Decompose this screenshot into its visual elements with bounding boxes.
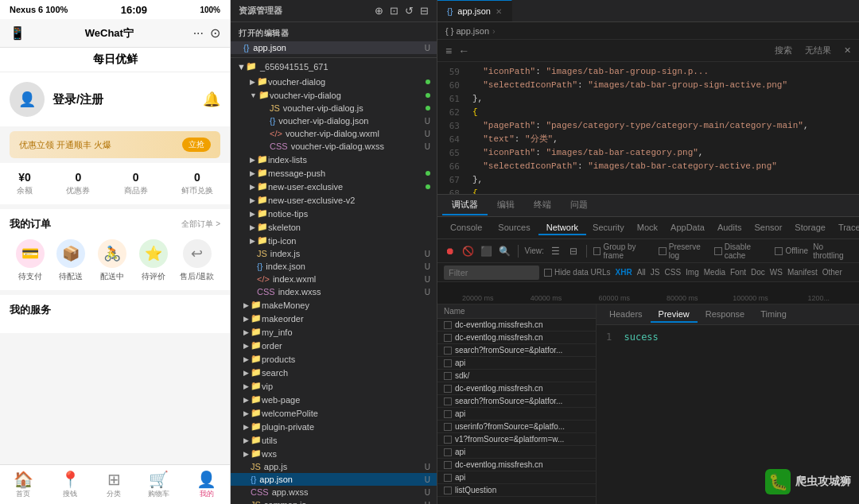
tree-wxs[interactable]: ▶ 📁 wxs bbox=[231, 447, 437, 460]
view-compact-btn[interactable]: ⊟ bbox=[566, 244, 580, 258]
order-refund[interactable]: ↩ 售后/退款 bbox=[180, 239, 214, 282]
tree-products[interactable]: ▶ 📁 products bbox=[231, 352, 437, 366]
dt-inner-sources[interactable]: Sources bbox=[490, 221, 538, 235]
tree-app-json[interactable]: ▶ {} app.json U bbox=[231, 473, 437, 486]
network-item-6[interactable]: search?fromSource=&platfor... bbox=[437, 395, 596, 408]
detail-tab-timing[interactable]: Timing bbox=[752, 307, 795, 323]
other-filter[interactable]: Other bbox=[822, 268, 842, 277]
network-item-3[interactable]: api bbox=[437, 357, 596, 370]
search-net-btn[interactable]: 🔍 bbox=[498, 244, 511, 258]
hide-data-urls-check[interactable]: Hide data URLs bbox=[544, 268, 611, 277]
tree-plugin-private[interactable]: ▶ 📁 plugin-private bbox=[231, 420, 437, 433]
close-tab-icon[interactable]: ✕ bbox=[496, 7, 502, 16]
filter-input[interactable] bbox=[444, 266, 539, 280]
network-item-11[interactable]: dc-eventlog.missfresh.cn bbox=[437, 459, 596, 471]
collapse-icon[interactable]: ⊟ bbox=[420, 5, 429, 17]
tree-utils[interactable]: ▶ 📁 utils bbox=[231, 433, 437, 447]
new-file-icon[interactable]: ⊕ bbox=[375, 5, 383, 17]
banner-btn[interactable]: 立抢 bbox=[182, 138, 211, 152]
dt-tab-edit[interactable]: 编辑 bbox=[488, 196, 524, 215]
login-label[interactable]: 登录/注册 bbox=[52, 92, 103, 107]
tree-search[interactable]: ▶ 📁 search bbox=[231, 366, 437, 379]
tree-index-js[interactable]: ▶ JS index.js U bbox=[231, 247, 437, 260]
file-tree[interactable]: ▼ 📁 _656941515_671 ▶ 📁 voucher-dialog ▼ … bbox=[231, 58, 437, 504]
disable-cache-check[interactable]: Disable cache bbox=[714, 242, 770, 260]
img-filter[interactable]: Img bbox=[686, 268, 699, 277]
view-list-btn[interactable]: ☰ bbox=[549, 244, 562, 258]
dt-inner-audits[interactable]: Audits bbox=[711, 221, 748, 235]
order-pending-pay[interactable]: 💳 待支付 bbox=[16, 239, 45, 282]
network-item-0[interactable]: dc-eventlog.missfresh.cn bbox=[437, 319, 596, 331]
tree-notice-tips[interactable]: ▶ 📁 notice-tips bbox=[231, 207, 437, 220]
dt-tab-terminal[interactable]: 终端 bbox=[524, 196, 561, 215]
js-filter[interactable]: JS bbox=[651, 268, 660, 277]
new-folder-icon[interactable]: ⊡ bbox=[390, 5, 398, 17]
tree-makemoney[interactable]: ▶ 📁 makeMoney bbox=[231, 298, 437, 312]
network-item-13[interactable]: listQuestion bbox=[437, 484, 596, 497]
dt-inner-security[interactable]: Security bbox=[586, 221, 631, 235]
doc-filter[interactable]: Doc bbox=[751, 268, 765, 277]
preserve-log-check[interactable]: Preserve log bbox=[659, 242, 709, 260]
group-by-frame-check[interactable]: Group by frame bbox=[593, 242, 654, 260]
media-filter[interactable]: Media bbox=[704, 268, 725, 277]
dt-inner-storage[interactable]: Storage bbox=[788, 221, 832, 235]
tree-index-wxss[interactable]: ▶ CSS index.wxss U bbox=[231, 285, 437, 298]
tree-welcome-polite[interactable]: ▶ 📁 welcomePolite bbox=[231, 406, 437, 420]
tree-new-user-exclusive[interactable]: ▶ 📁 new-user-exclusive bbox=[231, 180, 437, 193]
dt-inner-trace[interactable]: Trace bbox=[832, 221, 859, 235]
detail-tab-response[interactable]: Response bbox=[698, 307, 753, 323]
tree-vvd-json[interactable]: ▶ {} voucher-vip-dialog.json U bbox=[231, 114, 437, 127]
tree-voucher-vip-dialog[interactable]: ▼ 📁 voucher-vip-dialog bbox=[231, 88, 437, 102]
code-content[interactable]: "iconPath": "images/tab-bar-group-sign.p… bbox=[466, 62, 859, 194]
tree-tip-icon[interactable]: ▶ 📁 tip-icon bbox=[231, 234, 437, 247]
tree-vvd-wxml[interactable]: ▶ </> voucher-vip-dialog.wxml U bbox=[231, 127, 437, 140]
phone-content[interactable]: 👤 登录/注册 🔔 优惠立领 开通顺丰 火爆 立抢 ¥0 余额 0 优惠券 bbox=[0, 72, 230, 464]
network-item-5[interactable]: dc-eventlog.missfresh.cn bbox=[437, 382, 596, 395]
tree-message-push[interactable]: ▶ 📁 message-push bbox=[231, 166, 437, 180]
editor-format-icon[interactable]: ≡ bbox=[445, 45, 452, 57]
tree-app-js[interactable]: ▶ JS app.js U bbox=[231, 460, 437, 473]
dt-inner-mock[interactable]: Mock bbox=[631, 221, 664, 235]
ws-filter[interactable]: WS bbox=[770, 268, 783, 277]
network-item-9[interactable]: v1?fromSource=&platform=w... bbox=[437, 433, 596, 446]
tree-new-user-exclusive-v2[interactable]: ▶ 📁 new-user-exclusive-v2 bbox=[231, 193, 437, 207]
order-delivering[interactable]: 🚴 配送中 bbox=[98, 239, 126, 282]
tree-app-wxss[interactable]: ▶ CSS app.wxss U bbox=[231, 486, 437, 498]
tree-web-page[interactable]: ▶ 📁 web-page bbox=[231, 393, 437, 406]
tree-order[interactable]: ▶ 📁 order bbox=[231, 339, 437, 352]
tab-app-json[interactable]: {} app.json ✕ bbox=[437, 0, 512, 22]
order-pending-review[interactable]: ⭐ 待评价 bbox=[139, 239, 168, 282]
tree-index-json[interactable]: ▶ {} index.json U bbox=[231, 260, 437, 273]
tree-vip[interactable]: ▶ 📁 vip bbox=[231, 379, 437, 393]
network-item-8[interactable]: userinfo?fromSource=&platfo... bbox=[437, 421, 596, 433]
tree-voucher-dialog[interactable]: ▶ 📁 voucher-dialog bbox=[231, 75, 437, 88]
nav-cart[interactable]: 🛒 购物车 bbox=[148, 470, 169, 499]
order-pending-delivery[interactable]: 📦 待配送 bbox=[56, 239, 85, 282]
network-item-1[interactable]: dc-eventlog.missfresh.cn bbox=[437, 331, 596, 344]
tree-common-js[interactable]: ▶ JS common.js U bbox=[231, 498, 437, 504]
network-list[interactable]: Name dc-eventlog.missfresh.cn dc-eventlo… bbox=[437, 304, 597, 504]
nav-profile[interactable]: 👤 我的 bbox=[196, 470, 216, 499]
nav-category[interactable]: ⊞ 分类 bbox=[107, 470, 121, 499]
nav-search[interactable]: 📍 搜钱 bbox=[60, 470, 80, 499]
network-item-10[interactable]: api bbox=[437, 446, 596, 459]
offline-check[interactable]: Offline bbox=[775, 246, 808, 255]
tree-index-wxml[interactable]: ▶ </> index.wxml U bbox=[231, 273, 437, 285]
all-filter[interactable]: All bbox=[637, 268, 646, 277]
record-btn[interactable]: ⏺ bbox=[444, 244, 457, 258]
tree-skeleton[interactable]: ▶ 📁 skeleton bbox=[231, 220, 437, 234]
refresh-icon[interactable]: ↺ bbox=[405, 5, 414, 17]
dt-inner-network[interactable]: Network bbox=[538, 221, 586, 235]
close-search-icon[interactable]: ✕ bbox=[844, 45, 851, 56]
network-item-4[interactable]: sdk/ bbox=[437, 370, 596, 382]
tree-makeorder[interactable]: ▶ 📁 makeorder bbox=[231, 312, 437, 325]
detail-tab-preview[interactable]: Preview bbox=[651, 307, 698, 323]
filter-icon-btn[interactable]: ⬛ bbox=[480, 244, 493, 258]
tree-vvd-wxss[interactable]: ▶ CSS voucher-vip-dialog.wxss U bbox=[231, 140, 437, 153]
css-filter[interactable]: CSS bbox=[665, 268, 682, 277]
xhr-filter[interactable]: XHR bbox=[616, 268, 632, 277]
editor-back-icon[interactable]: ← bbox=[458, 45, 469, 57]
nav-home[interactable]: 🏠 首页 bbox=[14, 470, 33, 499]
tree-root[interactable]: ▼ 📁 _656941515_671 bbox=[231, 58, 437, 75]
dt-inner-appdata[interactable]: AppData bbox=[664, 221, 711, 235]
